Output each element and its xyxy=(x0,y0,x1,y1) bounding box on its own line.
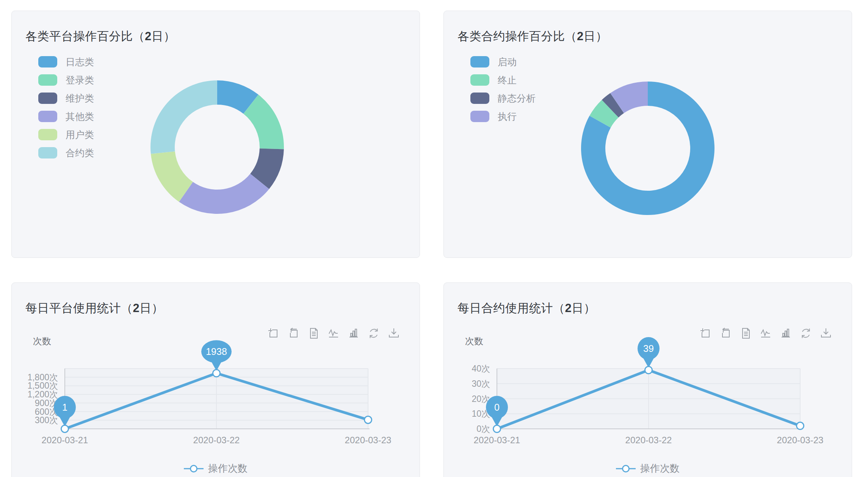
y-tick-label: 1,800次 xyxy=(27,372,58,382)
series-legend[interactable]: 操作次数 xyxy=(444,462,852,475)
legend-label: 用户类 xyxy=(66,129,94,141)
card-title-text: 日） xyxy=(139,301,163,315)
card-title-number: 2 xyxy=(133,301,140,315)
card-title-text: 各类平台操作百分比（ xyxy=(25,30,145,43)
legend-item-login[interactable]: 登录类 xyxy=(38,74,94,86)
legend-item-other[interactable]: 其他类 xyxy=(38,111,94,122)
data-zoom-reset-icon[interactable] xyxy=(720,328,731,339)
x-tick-label: 2020-03-23 xyxy=(777,435,824,445)
switch-to-bar-chart-icon[interactable] xyxy=(348,328,359,339)
legend-item-static-analysis[interactable]: 静态分析 xyxy=(470,93,536,104)
x-tick-label: 2020-03-21 xyxy=(474,435,520,445)
card-title-number: 2 xyxy=(577,30,584,43)
card-title-number: 2 xyxy=(145,30,152,43)
legend-item-start[interactable]: 启动 xyxy=(470,56,536,67)
contract-operations-pie-card: 各类合约操作百分比（2日） 启动 终止 静态分析 执行 xyxy=(443,11,852,258)
series-legend-label: 操作次数 xyxy=(640,462,680,475)
mark-point-value: 1 xyxy=(62,402,67,413)
legend-swatch xyxy=(38,56,57,67)
daily-platform-usage-card: 300次600次900次1,200次1,500次1,800次2020-03-21… xyxy=(11,282,420,477)
mark-point-value: 39 xyxy=(643,343,654,354)
card-title-text: 日） xyxy=(584,30,608,43)
restore-icon[interactable] xyxy=(368,328,379,339)
line-series-marker-icon xyxy=(184,464,204,473)
y-tick-label: 40次 xyxy=(472,364,490,373)
legend-swatch xyxy=(470,56,489,67)
card-title: 每日合约使用统计（2日） xyxy=(458,300,595,316)
card-title-text: 日） xyxy=(572,301,595,315)
legend-item-user[interactable]: 用户类 xyxy=(38,129,94,140)
y-tick-label: 300次 xyxy=(35,415,58,425)
data-point[interactable] xyxy=(61,425,69,432)
data-view-icon[interactable] xyxy=(308,328,319,339)
card-title: 每日平台使用统计（2日） xyxy=(25,300,163,316)
card-title-text: 各类合约操作百分比（ xyxy=(458,30,577,43)
legend-label: 执行 xyxy=(498,110,517,123)
legend-swatch xyxy=(38,74,57,86)
platform-operations-pie-card: 各类平台操作百分比（2日） 日志类 登录类 维护类 其他类 用户类 合约类 xyxy=(11,11,420,258)
switch-to-bar-chart-icon[interactable] xyxy=(780,328,791,339)
data-point[interactable] xyxy=(365,416,372,424)
mark-point-pin: 39 xyxy=(638,337,660,368)
restore-icon[interactable] xyxy=(800,328,812,339)
legend-item-logs[interactable]: 日志类 xyxy=(38,56,94,67)
data-point[interactable] xyxy=(645,366,652,373)
line-series-marker-icon xyxy=(616,464,636,473)
series-legend-label: 操作次数 xyxy=(208,462,248,475)
card-title-text: 每日平台使用统计（ xyxy=(25,301,133,315)
legend-item-terminate[interactable]: 终止 xyxy=(470,74,536,86)
data-point[interactable] xyxy=(494,425,501,433)
legend-label: 登录类 xyxy=(66,74,94,86)
series-legend[interactable]: 操作次数 xyxy=(12,462,420,475)
x-tick-label: 2020-03-21 xyxy=(42,435,88,445)
legend-swatch xyxy=(38,111,57,122)
dashboard-page: 各类平台操作百分比（2日） 日志类 登录类 维护类 其他类 用户类 合约类 各类… xyxy=(0,0,868,477)
data-zoom-icon[interactable] xyxy=(700,328,711,339)
switch-to-line-chart-icon[interactable] xyxy=(760,328,771,339)
card-title: 各类平台操作百分比（2日） xyxy=(25,28,175,44)
save-as-image-icon[interactable] xyxy=(820,328,832,339)
legend-item-execute[interactable]: 执行 xyxy=(470,111,536,122)
y-tick-label: 1,500次 xyxy=(27,381,58,391)
y-axis-name: 次数 xyxy=(33,335,51,347)
legend-swatch xyxy=(38,129,57,140)
donut-segment[interactable] xyxy=(150,80,217,154)
legend-label: 启动 xyxy=(498,56,517,68)
chart-toolbox xyxy=(700,328,832,339)
pie-legend: 日志类 登录类 维护类 其他类 用户类 合约类 xyxy=(38,56,94,165)
legend-swatch xyxy=(38,147,57,158)
card-title-text: 日） xyxy=(152,30,175,43)
data-zoom-reset-icon[interactable] xyxy=(288,328,299,339)
legend-item-maintenance[interactable]: 维护类 xyxy=(38,93,94,104)
mark-point-pin: 1938 xyxy=(201,340,232,371)
legend-label: 其他类 xyxy=(66,110,94,123)
data-zoom-icon[interactable] xyxy=(268,328,279,339)
y-axis-name: 次数 xyxy=(465,335,483,347)
legend-swatch xyxy=(470,74,489,86)
donut-segment[interactable] xyxy=(179,174,269,214)
save-as-image-icon[interactable] xyxy=(388,328,400,339)
pie-legend: 启动 终止 静态分析 执行 xyxy=(470,56,536,129)
contract-operations-donut-chart xyxy=(444,11,852,258)
legend-swatch xyxy=(470,111,489,122)
legend-swatch xyxy=(38,93,57,104)
mark-point-value: 1938 xyxy=(206,346,227,357)
legend-item-contract[interactable]: 合约类 xyxy=(38,147,94,158)
x-tick-label: 2020-03-23 xyxy=(345,435,392,445)
card-title-text: 每日合约使用统计（ xyxy=(458,301,565,315)
card-title: 各类合约操作百分比（2日） xyxy=(458,28,608,44)
legend-label: 维护类 xyxy=(66,92,94,105)
card-title-number: 2 xyxy=(565,301,572,315)
switch-to-line-chart-icon[interactable] xyxy=(328,328,339,339)
x-tick-label: 2020-03-22 xyxy=(625,435,672,445)
y-tick-label: 0次 xyxy=(476,424,490,434)
mark-point-value: 0 xyxy=(494,402,500,413)
data-point[interactable] xyxy=(213,370,220,377)
daily-contract-usage-card: 0次10次20次30次40次2020-03-212020-03-222020-0… xyxy=(443,282,852,477)
legend-swatch xyxy=(470,93,489,104)
data-view-icon[interactable] xyxy=(740,328,751,339)
legend-label: 静态分析 xyxy=(498,92,536,105)
x-tick-label: 2020-03-22 xyxy=(193,435,240,445)
chart-toolbox xyxy=(268,328,400,339)
data-point[interactable] xyxy=(797,422,804,430)
